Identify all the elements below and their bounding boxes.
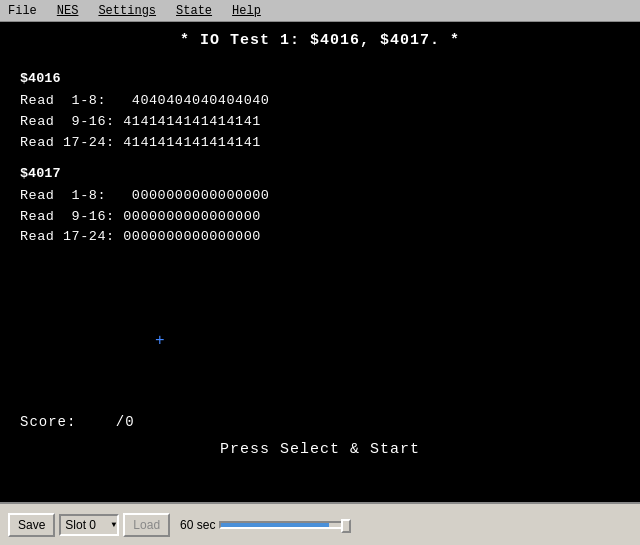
time-label: 60 sec <box>180 518 215 532</box>
menu-state[interactable]: State <box>172 2 216 20</box>
section-4016-header: $4016 <box>20 69 620 90</box>
slider-thumb[interactable] <box>341 519 351 533</box>
read-4016-9-16: Read 9-16: 4141414141414141 <box>20 112 620 133</box>
nes-screen: * IO Test 1: $4016, $4017. * $4016 Read … <box>0 22 640 502</box>
time-slider-track[interactable] <box>219 521 349 529</box>
screen-title: * IO Test 1: $4016, $4017. * <box>0 22 640 57</box>
menu-nes[interactable]: NES <box>53 2 83 20</box>
press-instruction: Press Select & Start <box>0 441 640 458</box>
read-4016-1-8: Read 1-8: 4040404040404040 <box>20 91 620 112</box>
slider-fill <box>221 523 328 527</box>
save-button[interactable]: Save <box>8 513 55 537</box>
slot-select[interactable]: Slot 0 Slot 1 Slot 2 Slot 3 <box>59 514 119 536</box>
score-value: /0 <box>116 414 135 430</box>
screen-content: $4016 Read 1-8: 4040404040404040 Read 9-… <box>0 57 640 248</box>
read-4016-17-24: Read 17-24: 4141414141414141 <box>20 133 620 154</box>
read-4017-1-8: Read 1-8: 0000000000000000 <box>20 186 620 207</box>
menu-help[interactable]: Help <box>228 2 265 20</box>
slot-wrapper: Slot 0 Slot 1 Slot 2 Slot 3 ▼ <box>59 514 119 536</box>
score-label: Score: <box>20 414 76 430</box>
cursor-dot: + <box>155 332 165 350</box>
score-area: Score: /0 <box>20 414 135 430</box>
read-4017-9-16: Read 9-16: 0000000000000000 <box>20 207 620 228</box>
menu-settings[interactable]: Settings <box>94 2 160 20</box>
load-button[interactable]: Load <box>123 513 170 537</box>
menubar: File NES Settings State Help <box>0 0 640 22</box>
toolbar: Save Slot 0 Slot 1 Slot 2 Slot 3 ▼ Load … <box>0 502 640 545</box>
read-4017-17-24: Read 17-24: 0000000000000000 <box>20 227 620 248</box>
menu-file[interactable]: File <box>4 2 41 20</box>
section-4017-header: $4017 <box>20 164 620 185</box>
time-area: 60 sec <box>180 518 349 532</box>
